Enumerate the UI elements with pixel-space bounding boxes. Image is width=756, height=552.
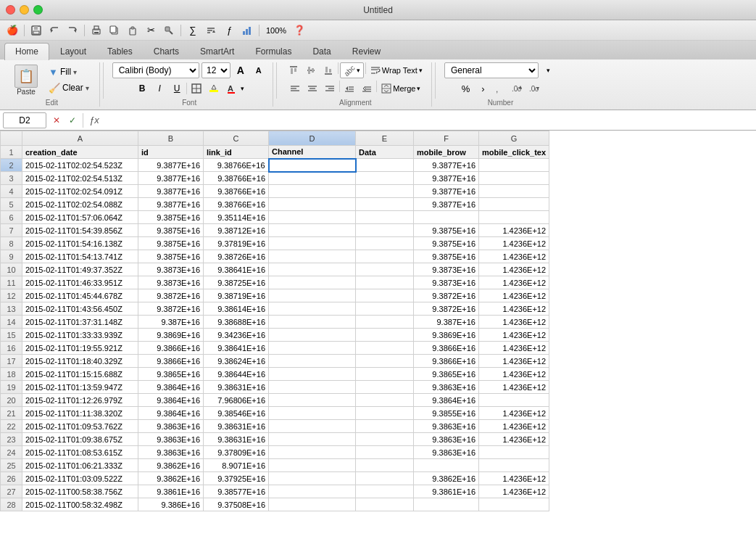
table-cell[interactable] bbox=[479, 185, 549, 198]
table-cell[interactable]: 9.37809E+16 bbox=[204, 446, 269, 459]
table-cell[interactable]: 2015-02-11T01:46:33.951Z bbox=[22, 276, 138, 289]
table-cell[interactable]: 9.3875E+16 bbox=[138, 224, 204, 237]
table-cell[interactable]: 9.3869E+16 bbox=[414, 329, 479, 342]
table-cell[interactable]: 1.4236E+12 bbox=[479, 329, 549, 342]
table-cell[interactable]: 2015-02-11T00:58:38.756Z bbox=[22, 485, 138, 498]
table-cell[interactable] bbox=[269, 394, 356, 407]
table-cell[interactable]: 2015-02-11T01:54:39.856Z bbox=[22, 224, 138, 237]
table-cell[interactable]: 9.3863E+16 bbox=[414, 446, 479, 459]
accept-formula-button[interactable]: ✓ bbox=[65, 113, 80, 128]
formula-input[interactable] bbox=[105, 112, 753, 128]
cell-reference-box[interactable]: D2 bbox=[3, 112, 46, 128]
undo-icon[interactable] bbox=[46, 22, 62, 38]
table-cell[interactable]: 9.37925E+16 bbox=[204, 472, 269, 485]
table-cell[interactable]: 9.3866E+16 bbox=[138, 342, 204, 355]
table-cell[interactable]: 1.4236E+12 bbox=[479, 472, 549, 485]
sum-icon[interactable]: ∑ bbox=[185, 22, 201, 38]
table-cell[interactable]: 9.386E+16 bbox=[138, 498, 204, 511]
table-cell[interactable] bbox=[356, 172, 414, 185]
format-painter-icon[interactable] bbox=[161, 22, 177, 38]
table-cell[interactable] bbox=[479, 172, 549, 185]
table-cell[interactable] bbox=[356, 433, 414, 446]
table-cell[interactable]: 2015-02-11T02:02:54.523Z bbox=[22, 159, 138, 172]
col-header-g[interactable]: G bbox=[479, 131, 549, 146]
table-cell[interactable] bbox=[269, 433, 356, 446]
table-cell[interactable] bbox=[269, 459, 356, 472]
table-cell[interactable]: 9.38641E+16 bbox=[204, 342, 269, 355]
table-cell[interactable] bbox=[356, 485, 414, 498]
col-header-d[interactable]: D bbox=[269, 131, 356, 146]
table-cell[interactable]: 9.3864E+16 bbox=[138, 407, 204, 420]
minimize-button[interactable] bbox=[20, 5, 29, 15]
table-cell[interactable]: 9.3863E+16 bbox=[138, 433, 204, 446]
table-cell[interactable]: 9.3877E+16 bbox=[138, 185, 204, 198]
align-bottom-button[interactable] bbox=[320, 62, 336, 78]
window-controls[interactable] bbox=[6, 5, 43, 15]
table-cell[interactable]: 1.4236E+12 bbox=[479, 433, 549, 446]
clear-button[interactable]: 🧹 Clear ▾ bbox=[44, 81, 94, 95]
table-cell[interactable]: 2015-02-11T01:33:33.939Z bbox=[22, 329, 138, 342]
table-cell[interactable] bbox=[414, 498, 479, 511]
table-cell[interactable] bbox=[269, 368, 356, 381]
decrease-indent-button[interactable] bbox=[341, 81, 357, 96]
table-cell[interactable] bbox=[269, 250, 356, 263]
table-cell[interactable]: 9.38766E+16 bbox=[204, 185, 269, 198]
table-cell[interactable]: 9.38719E+16 bbox=[204, 289, 269, 302]
table-cell[interactable]: 2015-02-11T01:37:31.148Z bbox=[22, 316, 138, 329]
sort-icon[interactable] bbox=[203, 22, 219, 38]
table-cell[interactable]: 1.4236E+12 bbox=[479, 355, 549, 368]
number-format-dropdown-icon[interactable]: ▾ bbox=[541, 62, 557, 78]
table-cell[interactable]: 9.3862E+16 bbox=[414, 472, 479, 485]
table-cell[interactable]: 9.3873E+16 bbox=[414, 263, 479, 276]
table-cell[interactable]: 9.3863E+16 bbox=[414, 433, 479, 446]
table-cell[interactable]: 9.38641E+16 bbox=[204, 263, 269, 276]
table-cell[interactable] bbox=[356, 355, 414, 368]
table-cell[interactable]: 9.38644E+16 bbox=[204, 368, 269, 381]
table-cell[interactable]: 9.387E+16 bbox=[414, 316, 479, 329]
table-cell[interactable] bbox=[356, 289, 414, 302]
table-cell[interactable]: 9.38631E+16 bbox=[204, 433, 269, 446]
table-cell[interactable] bbox=[269, 276, 356, 289]
table-cell[interactable] bbox=[356, 342, 414, 355]
col-header-c[interactable]: C bbox=[204, 131, 269, 146]
table-cell[interactable]: 2015-02-11T01:54:16.138Z bbox=[22, 237, 138, 250]
table-cell[interactable]: 9.3863E+16 bbox=[414, 420, 479, 433]
table-cell[interactable]: 2015-02-11T02:02:54.513Z bbox=[22, 172, 138, 185]
table-cell[interactable]: 9.3864E+16 bbox=[414, 394, 479, 407]
merge-button[interactable]: Merge ▾ bbox=[378, 81, 423, 96]
table-cell[interactable] bbox=[356, 420, 414, 433]
table-cell[interactable]: 7.96806E+16 bbox=[204, 394, 269, 407]
table-cell[interactable]: 2015-02-11T01:03:09.522Z bbox=[22, 472, 138, 485]
table-cell[interactable]: 1.4236E+12 bbox=[479, 224, 549, 237]
table-cell[interactable]: 9.38577E+16 bbox=[204, 485, 269, 498]
table-cell[interactable]: 9.3877E+16 bbox=[414, 185, 479, 198]
table-cell[interactable] bbox=[356, 329, 414, 342]
table-cell[interactable]: 9.38624E+16 bbox=[204, 355, 269, 368]
table-cell[interactable]: 9.3873E+16 bbox=[414, 276, 479, 289]
align-middle-button[interactable] bbox=[303, 62, 319, 78]
table-cell[interactable]: 9.3873E+16 bbox=[138, 276, 204, 289]
italic-button[interactable]: I bbox=[151, 81, 167, 96]
table-cell[interactable] bbox=[356, 211, 414, 224]
table-cell[interactable]: 9.3875E+16 bbox=[138, 237, 204, 250]
highlight-color-button[interactable] bbox=[206, 81, 222, 96]
table-cell[interactable]: 2015-02-11T01:43:56.450Z bbox=[22, 302, 138, 316]
table-cell[interactable]: 9.3872E+16 bbox=[138, 289, 204, 302]
table-cell[interactable]: 9.3872E+16 bbox=[138, 302, 204, 316]
table-cell[interactable] bbox=[356, 446, 414, 459]
table-cell[interactable]: 9.38614E+16 bbox=[204, 302, 269, 316]
table-cell[interactable]: 2015-02-11T01:06:21.333Z bbox=[22, 459, 138, 472]
wrap-text-button[interactable]: Wrap Text ▾ bbox=[367, 62, 425, 78]
header-cell[interactable]: Channel bbox=[269, 146, 356, 159]
table-cell[interactable] bbox=[269, 472, 356, 485]
tab-charts[interactable]: Charts bbox=[144, 44, 189, 59]
table-cell[interactable] bbox=[269, 289, 356, 302]
table-cell[interactable]: 9.38725E+16 bbox=[204, 276, 269, 289]
percent-button[interactable]: % bbox=[457, 81, 473, 96]
table-cell[interactable]: 9.3866E+16 bbox=[414, 355, 479, 368]
table-cell[interactable] bbox=[356, 250, 414, 263]
table-cell[interactable]: 2015-02-11T02:02:54.088Z bbox=[22, 198, 138, 211]
table-cell[interactable]: 2015-02-11T01:15:15.688Z bbox=[22, 368, 138, 381]
table-cell[interactable]: 9.3872E+16 bbox=[414, 289, 479, 302]
table-cell[interactable]: 2015-02-11T01:12:26.979Z bbox=[22, 394, 138, 407]
